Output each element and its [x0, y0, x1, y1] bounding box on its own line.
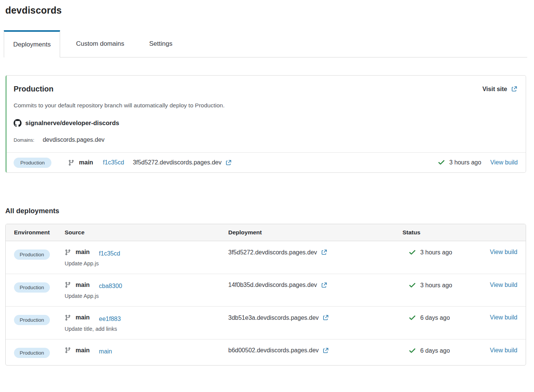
table-row: Production main ee1f883 Update title, ad…: [6, 306, 526, 339]
status-time: 3 hours ago: [449, 159, 481, 166]
all-deployments-title: All deployments: [5, 207, 534, 215]
deployment-url: 14f0b35d.devdiscords.pages.dev: [228, 282, 317, 288]
table-row: Production main f1c35cd Update App.js 3f…: [6, 241, 526, 274]
branch-name: main: [76, 282, 90, 288]
branch-name: main: [76, 249, 90, 256]
branch-name: main: [79, 159, 93, 166]
commit-link[interactable]: ee1f883: [99, 316, 121, 322]
external-link-icon[interactable]: [320, 249, 328, 256]
git-branch-icon: [65, 347, 71, 353]
environment-badge: Production: [14, 158, 51, 168]
commit-link[interactable]: main: [99, 348, 112, 355]
check-icon: [409, 347, 416, 355]
tab-custom-domains[interactable]: Custom domains: [67, 30, 133, 57]
production-title: Production: [14, 85, 54, 93]
view-build-link[interactable]: View build: [490, 347, 517, 354]
view-build-link[interactable]: View build: [490, 249, 517, 256]
table-header-row: Environment Source Deployment Status: [6, 224, 526, 241]
git-branch-icon: [65, 282, 71, 288]
branch-name: main: [76, 314, 90, 321]
column-header-deployment: Deployment: [228, 229, 402, 236]
column-header-environment: Environment: [14, 229, 65, 236]
production-description: Commits to your default repository branc…: [14, 102, 518, 109]
check-icon: [409, 249, 416, 256]
deployments-table-body: Production main f1c35cd Update App.js 3f…: [6, 241, 526, 365]
deployment-url: 3db51e3a.devdiscords.pages.dev: [228, 315, 319, 321]
deployment-url: 3f5d5272.devdiscords.pages.dev: [133, 159, 221, 166]
commit-link[interactable]: cba8300: [99, 283, 122, 289]
production-deployment-row: Production main f1c35cd 3f5d5272.devdisc…: [7, 152, 526, 172]
external-link-icon[interactable]: [225, 159, 232, 166]
branch-name: main: [76, 347, 90, 354]
commit-message: Update App.js: [65, 260, 228, 266]
external-link-icon[interactable]: [322, 347, 329, 354]
view-build-link[interactable]: View build: [490, 314, 517, 321]
external-link-icon: [511, 85, 518, 93]
environment-badge: Production: [14, 348, 50, 358]
git-branch-icon: [65, 249, 71, 256]
tab-settings[interactable]: Settings: [140, 30, 181, 57]
environment-badge: Production: [14, 315, 50, 325]
check-icon: [409, 314, 416, 322]
domains-label: Domains:: [14, 137, 34, 143]
view-build-link[interactable]: View build: [490, 282, 517, 288]
github-icon: [14, 119, 22, 127]
repository-name: signalnerve/developer-discords: [25, 119, 119, 127]
check-icon: [438, 159, 445, 166]
status-time: 3 hours ago: [420, 249, 452, 256]
commit-link[interactable]: f1c35cd: [99, 250, 120, 257]
git-branch-icon: [68, 160, 74, 166]
check-icon: [409, 282, 416, 289]
table-row: Production main main b6d00502.devdiscord…: [6, 339, 526, 365]
external-link-icon[interactable]: [322, 314, 329, 321]
deployment-url: b6d00502.devdiscords.pages.dev: [228, 347, 319, 354]
column-header-source: Source: [65, 229, 228, 236]
commit-message: Update title, add links: [65, 326, 228, 332]
domains-value: devdiscords.pages.dev: [43, 136, 105, 143]
status-time: 6 days ago: [420, 347, 450, 354]
external-link-icon[interactable]: [320, 282, 328, 289]
commit-link[interactable]: f1c35cd: [103, 159, 124, 166]
git-branch-icon: [65, 315, 71, 321]
commit-message: Update App.js: [65, 293, 228, 299]
column-header-status: Status: [402, 229, 526, 236]
deployment-url: 3f5d5272.devdiscords.pages.dev: [228, 249, 317, 256]
tab-strip: Deployments Custom domains Settings: [4, 30, 527, 57]
status-time: 3 hours ago: [420, 282, 452, 289]
tab-deployments[interactable]: Deployments: [4, 30, 60, 57]
status-time: 6 days ago: [420, 315, 450, 321]
table-row: Production main cba8300 Update App.js 14…: [6, 274, 526, 307]
visit-site-link[interactable]: Visit site: [482, 85, 518, 93]
production-card: Production Visit site Commits to your de…: [5, 75, 526, 173]
view-build-link[interactable]: View build: [490, 159, 518, 166]
visit-site-label: Visit site: [482, 86, 507, 93]
environment-badge: Production: [14, 282, 50, 293]
environment-badge: Production: [14, 249, 50, 260]
page-title: devdiscords: [0, 0, 534, 16]
deployments-table: Environment Source Deployment Status Pro…: [5, 224, 526, 366]
